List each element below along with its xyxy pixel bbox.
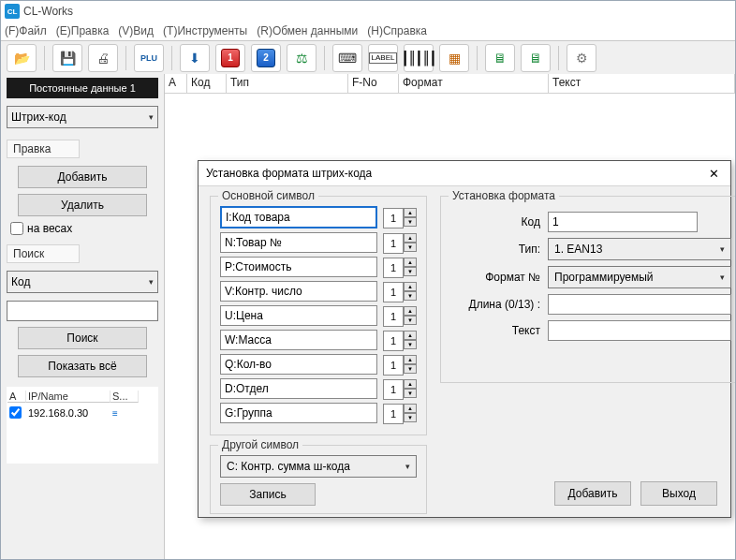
symbol-spinner[interactable]: 1▲▼ [383,331,417,349]
dialog-add-button[interactable]: Добавить [554,481,631,506]
sidebar-search-by-select[interactable]: Код ▾ [7,271,158,293]
sidebar-search-input[interactable] [7,301,158,321]
ip-col-s[interactable]: S... [110,391,139,403]
spinner-value[interactable]: 1 [383,208,404,228]
sidebar-search-button[interactable]: Поиск [18,327,147,349]
toolbar-scale-button[interactable]: ⚖ [287,44,316,72]
spinner-down-icon[interactable]: ▼ [404,413,417,422]
sidebar-on-scales-checkbox[interactable]: на весах [10,222,155,235]
main-symbol-group: Основной символ I:Код товара1▲▼N:Товар №… [210,196,427,435]
spinner-value[interactable]: 1 [383,233,404,254]
symbol-spinner[interactable]: 1▲▼ [383,208,417,227]
ip-col-a[interactable]: A [7,391,26,403]
spinner-down-icon[interactable]: ▼ [404,291,417,301]
toolbar-open-button[interactable]: 📂 [7,44,37,72]
spinner-value[interactable]: 1 [383,282,404,302]
spinner-value[interactable]: 1 [383,379,404,400]
spinner-down-icon[interactable]: ▼ [404,340,417,349]
spinner-down-icon[interactable]: ▼ [404,243,417,252]
spinner-up-icon[interactable]: ▲ [404,233,417,243]
symbol-spinner[interactable]: 1▲▼ [383,404,417,422]
symbol-spinner[interactable]: 1▲▼ [383,233,417,252]
grid-col-fno[interactable]: F-No [348,74,399,93]
dialog-exit-button[interactable]: Выход [640,481,717,506]
symbol-field[interactable]: N:Товар № [220,232,377,253]
sidebar-delete-button[interactable]: Удалить [18,194,147,216]
ip-row[interactable]: 192.168.0.30 ≡ [7,405,157,421]
toolbar-table-button[interactable]: ▦ [439,44,469,72]
grid-col-code[interactable]: Код [187,74,227,93]
menu-help[interactable]: (H)Справка [367,24,427,37]
menu-file[interactable]: (F)Файл [5,24,47,37]
toolbar-barcode-button[interactable]: ┃║┃║┃ [404,44,434,72]
monitor-up-icon: 🖥 [529,52,542,65]
grid-col-a[interactable]: A [165,74,187,93]
text-input[interactable] [548,320,731,341]
format-no-select[interactable]: Программируемый ▾ [548,266,731,288]
spinner-up-icon[interactable]: ▲ [404,208,417,217]
spinner-down-icon[interactable]: ▼ [404,267,417,276]
symbol-field[interactable]: W:Масса [220,330,377,350]
spinner-value[interactable]: 1 [383,404,404,424]
spinner-value[interactable]: 1 [383,355,404,376]
menu-view[interactable]: (V)Вид [118,24,154,37]
symbol-spinner[interactable]: 1▲▼ [383,282,417,301]
dialog-close-button[interactable]: ✕ [704,164,723,183]
sidebar-add-button[interactable]: Добавить [18,166,147,188]
spinner-up-icon[interactable]: ▲ [404,379,417,389]
symbol-spinner[interactable]: 1▲▼ [383,355,417,374]
ip-row-checkbox[interactable] [9,406,22,419]
toolbar-download-button[interactable]: ⬇ [180,44,210,72]
spinner-down-icon[interactable]: ▼ [404,217,417,227]
symbol-field[interactable]: U:Цена [220,305,377,326]
symbol-spinner[interactable]: 1▲▼ [383,306,417,325]
other-symbol-select[interactable]: C: Контр. сумма ш-кода ▾ [220,455,417,478]
spinner-up-icon[interactable]: ▲ [404,355,417,364]
sidebar-type-select[interactable]: Штрих-код ▾ [7,106,158,128]
code-input[interactable] [548,212,698,232]
menu-tools[interactable]: (T)Инструменты [163,24,247,37]
spinner-up-icon[interactable]: ▲ [404,258,417,267]
menu-exchange[interactable]: (R)Обмен данными [257,24,358,37]
write-button[interactable]: Запись [220,483,316,506]
spinner-value[interactable]: 1 [383,306,404,327]
toolbar-save-button[interactable]: 💾 [52,44,82,72]
symbol-field[interactable]: P:Стоимость [220,257,377,277]
spinner-down-icon[interactable]: ▼ [404,364,417,374]
spinner-up-icon[interactable]: ▲ [404,282,417,291]
symbol-spinner[interactable]: 1▲▼ [383,379,417,398]
grid-header: A Код Тип F-No Формат Текст [165,74,735,94]
symbol-field[interactable]: Q:Кол-во [220,354,377,375]
toolbar-num2-button[interactable]: 2 [251,44,281,72]
spinner-down-icon[interactable]: ▼ [404,389,417,398]
grid-col-format[interactable]: Формат [399,74,549,93]
menu-edit[interactable]: (E)Правка [56,24,110,37]
spinner-down-icon[interactable]: ▼ [404,316,417,325]
spinner-up-icon[interactable]: ▲ [404,306,417,316]
toolbar-keyboard-button[interactable]: ⌨ [332,44,362,72]
grid-col-type[interactable]: Тип [227,74,348,93]
symbol-field[interactable]: I:Код товара [220,206,377,228]
sidebar-tab[interactable]: Постоянные данные 1 [7,78,158,98]
toolbar-receive-button[interactable]: 🖥 [521,44,551,72]
symbol-spinner[interactable]: 1▲▼ [383,258,417,276]
toolbar-settings-button[interactable]: ⚙ [567,44,596,72]
toolbar-print-button[interactable]: 🖨 [88,44,118,72]
symbol-field[interactable]: D:Отдел [220,378,377,399]
on-scales-checkbox-input[interactable] [10,222,23,235]
toolbar-label-button[interactable]: LABEL [368,44,398,72]
toolbar-send-button[interactable]: 🖥 [485,44,515,72]
spinner-value[interactable]: 1 [383,331,404,351]
sidebar-show-all-button[interactable]: Показать всё [18,355,147,377]
spinner-up-icon[interactable]: ▲ [404,331,417,340]
length-input[interactable] [548,294,731,315]
toolbar-plu-button[interactable]: PLU [134,44,164,72]
grid-col-text[interactable]: Текст [549,74,735,93]
symbol-field[interactable]: G:Группа [220,403,377,423]
ip-col-name[interactable]: IP/Name [26,391,110,403]
spinner-up-icon[interactable]: ▲ [404,404,417,413]
symbol-field[interactable]: V:Контр. число [220,281,377,302]
type-select[interactable]: 1. EAN13 ▾ [548,238,731,260]
toolbar-num1-button[interactable]: 1 [215,44,245,72]
spinner-value[interactable]: 1 [383,258,404,278]
